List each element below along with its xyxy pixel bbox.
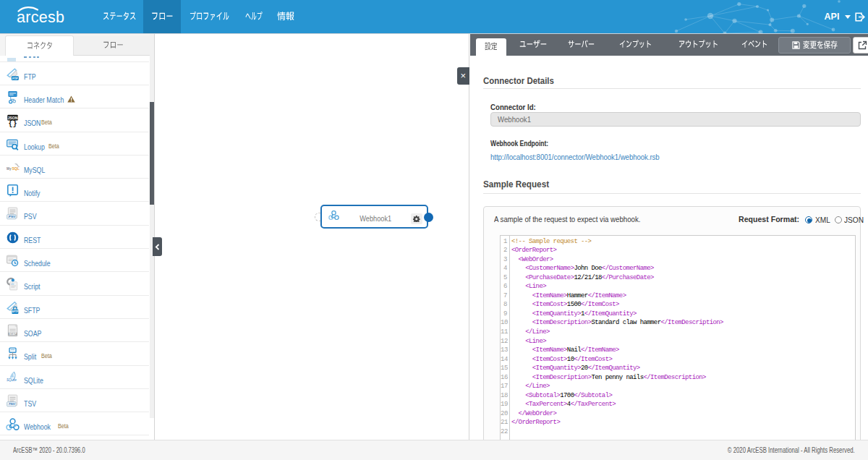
svg-text:{}: {} [8, 121, 17, 128]
svg-text:SQLite: SQLite [7, 378, 17, 382]
svg-text:My: My [7, 167, 12, 171]
svg-text:FTP: FTP [12, 76, 18, 80]
svg-text:JSON: JSON [8, 116, 18, 120]
svg-text:</>: </> [11, 283, 14, 286]
svg-text:SQL: SQL [12, 166, 20, 171]
svg-text:SFTP: SFTP [12, 310, 19, 313]
svg-text:.PSV: .PSV [8, 216, 15, 219]
svg-text:SOAP: SOAP [9, 333, 17, 336]
svg-text:.TSV: .TSV [8, 402, 15, 406]
